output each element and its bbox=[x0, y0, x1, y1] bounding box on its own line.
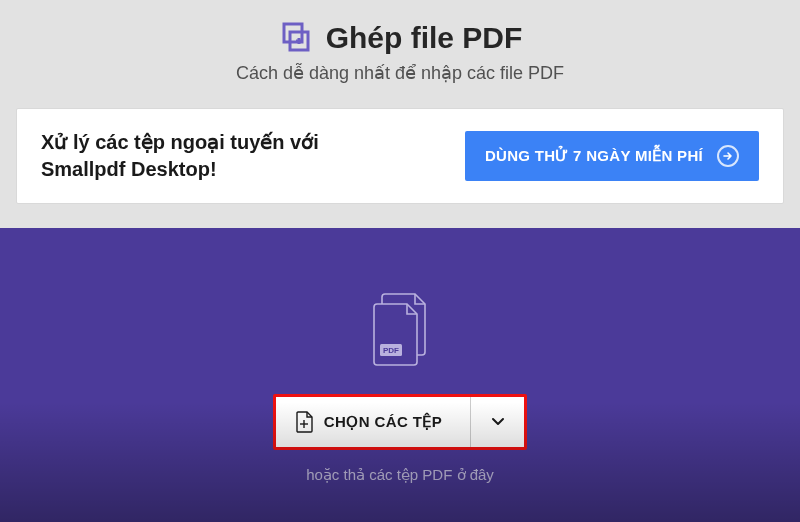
page-title: Ghép file PDF bbox=[326, 21, 523, 55]
upload-button-group: CHỌN CÁC TỆP bbox=[0, 394, 800, 450]
promo-banner: Xử lý các tệp ngoại tuyến với Smallpdf D… bbox=[16, 108, 784, 204]
drop-zone[interactable]: PDF CHỌN CÁC TỆP bbox=[0, 228, 800, 522]
pdf-files-icon: PDF bbox=[0, 228, 800, 368]
arrow-right-icon bbox=[717, 145, 739, 167]
promo-text: Xử lý các tệp ngoại tuyến với Smallpdf D… bbox=[41, 129, 381, 183]
cta-label: DÙNG THỬ 7 NGÀY MIỄN PHÍ bbox=[485, 147, 703, 165]
top-section: Ghép file PDF Cách dễ dàng nhất để nhập … bbox=[0, 0, 800, 228]
choose-files-button[interactable]: CHỌN CÁC TỆP bbox=[276, 397, 470, 447]
choose-files-dropdown[interactable] bbox=[470, 397, 524, 447]
svg-text:PDF: PDF bbox=[383, 346, 399, 355]
upload-button-highlight: CHỌN CÁC TỆP bbox=[273, 394, 527, 450]
chevron-down-icon bbox=[490, 413, 506, 432]
add-file-icon bbox=[294, 411, 314, 433]
drop-hint-text: hoặc thả các tệp PDF ở đây bbox=[0, 466, 800, 484]
free-trial-button[interactable]: DÙNG THỬ 7 NGÀY MIỄN PHÍ bbox=[465, 131, 759, 181]
page-root: Ghép file PDF Cách dễ dàng nhất để nhập … bbox=[0, 0, 800, 522]
page-subtitle: Cách dễ dàng nhất để nhập các file PDF bbox=[0, 62, 800, 84]
merge-pdf-icon bbox=[278, 20, 314, 56]
choose-files-label: CHỌN CÁC TỆP bbox=[324, 413, 442, 431]
title-row: Ghép file PDF bbox=[0, 20, 800, 56]
